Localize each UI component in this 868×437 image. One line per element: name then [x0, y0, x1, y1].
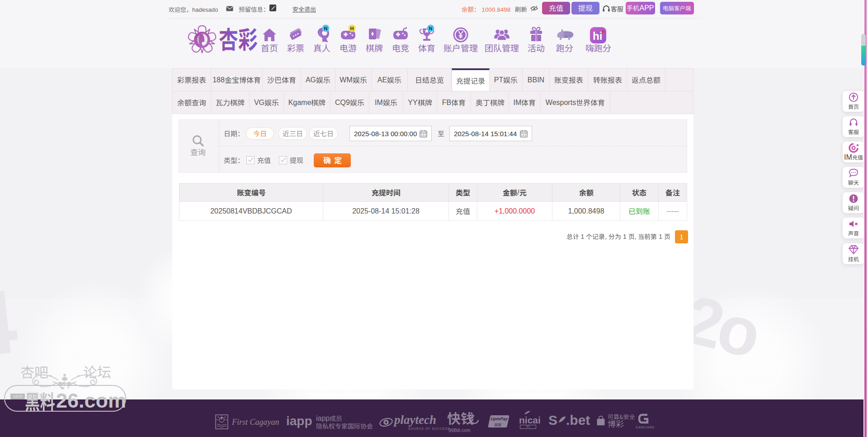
svg-text:N: N: [429, 26, 433, 31]
svg-text:N: N: [324, 26, 328, 31]
svg-text:H: H: [350, 26, 354, 31]
svg-text:2kt: 2kt: [565, 35, 568, 38]
svg-text:hi: hi: [593, 30, 602, 42]
